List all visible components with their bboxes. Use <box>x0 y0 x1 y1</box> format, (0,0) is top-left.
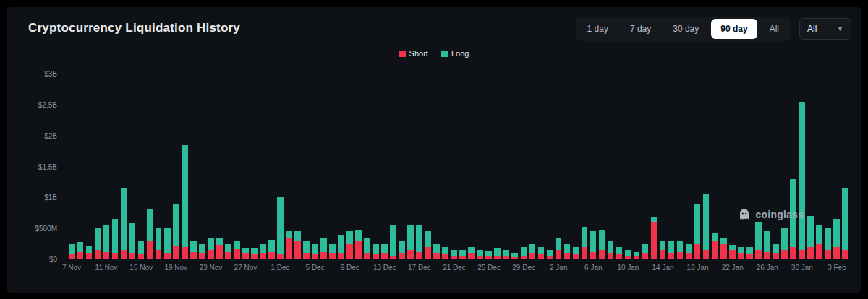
bar-19-nov[interactable] <box>171 74 180 259</box>
bar-2-feb[interactable] <box>823 74 832 259</box>
bar-5-jan[interactable] <box>580 74 589 259</box>
bar-18-dec[interactable] <box>424 74 433 259</box>
bar-7-jan[interactable] <box>597 74 606 259</box>
bar-28-jan[interactable] <box>780 74 788 259</box>
long-segment <box>677 240 684 251</box>
symbol-dropdown[interactable]: All ▼ <box>799 18 851 40</box>
bar-12-nov[interactable] <box>111 74 119 259</box>
bar-22-dec[interactable] <box>459 74 467 259</box>
bar-4-jan[interactable] <box>571 74 580 259</box>
bar-25-nov[interactable] <box>224 74 232 259</box>
bar-17-nov[interactable] <box>154 74 163 259</box>
bar-3-jan[interactable] <box>563 74 571 259</box>
bar-2-jan[interactable] <box>554 74 563 259</box>
bar-26-jan[interactable] <box>762 74 771 259</box>
bar-25-dec[interactable] <box>485 74 493 259</box>
bar-20-nov[interactable] <box>180 74 189 259</box>
bar-24-dec[interactable] <box>476 74 485 259</box>
bar-16-nov[interactable] <box>145 74 154 259</box>
bar-27-jan[interactable] <box>771 74 780 259</box>
bar-1-dec[interactable] <box>276 74 284 259</box>
legend-item-short[interactable]: Short <box>399 49 428 58</box>
bar-6-jan[interactable] <box>589 74 597 259</box>
bar-21-dec[interactable] <box>450 74 459 259</box>
bar-5-dec[interactable] <box>310 74 319 259</box>
bar-28-dec[interactable] <box>511 74 519 259</box>
bar-29-nov[interactable] <box>258 74 267 259</box>
bar-17-jan[interactable] <box>684 74 693 259</box>
bar-18-nov[interactable] <box>163 74 171 259</box>
bar-22-nov[interactable] <box>197 74 206 259</box>
short-segment <box>746 254 753 259</box>
bar-24-jan[interactable] <box>745 74 754 259</box>
bar-30-nov[interactable] <box>267 74 276 259</box>
bar-6-dec[interactable] <box>319 74 328 259</box>
range-button-all[interactable]: All <box>760 19 788 39</box>
bar-12-dec[interactable] <box>372 74 380 259</box>
bar-11-nov[interactable] <box>102 74 111 259</box>
bar-8-dec[interactable] <box>336 74 345 259</box>
bar-20-jan[interactable] <box>710 74 719 259</box>
bar-30-jan[interactable] <box>797 74 806 259</box>
bar-9-dec[interactable] <box>346 74 354 259</box>
range-button-90-day[interactable]: 90 day <box>711 19 757 39</box>
bar-19-jan[interactable] <box>702 74 710 259</box>
range-button-7-day[interactable]: 7 day <box>621 19 660 39</box>
bar-7-dec[interactable] <box>328 74 336 259</box>
bar-11-jan[interactable] <box>632 74 641 259</box>
bar-3-dec[interactable] <box>293 74 302 259</box>
legend-item-long[interactable]: Long <box>441 49 469 58</box>
bar-30-dec[interactable] <box>528 74 537 259</box>
bar-9-nov[interactable] <box>85 74 93 259</box>
bar-17-dec[interactable] <box>415 74 424 259</box>
bar-12-jan[interactable] <box>641 74 650 259</box>
bar-13-dec[interactable] <box>380 74 389 259</box>
bar-4-dec[interactable] <box>302 74 310 259</box>
bar-3-feb[interactable] <box>832 74 841 259</box>
bar-14-nov[interactable] <box>128 74 137 259</box>
bar-8-nov[interactable] <box>76 74 85 259</box>
bar-13-nov[interactable] <box>119 74 128 259</box>
bar-23-nov[interactable] <box>206 74 215 259</box>
bar-14-jan[interactable] <box>658 74 667 259</box>
bar-29-dec[interactable] <box>519 74 528 259</box>
bar-11-dec[interactable] <box>363 74 372 259</box>
bar-20-dec[interactable] <box>441 74 450 259</box>
bar-10-dec[interactable] <box>354 74 363 259</box>
bar-15-jan[interactable] <box>667 74 676 259</box>
bar-22-jan[interactable] <box>728 74 736 259</box>
bar-1-feb[interactable] <box>814 74 823 259</box>
bar-26-dec[interactable] <box>493 74 502 259</box>
bar-23-jan[interactable] <box>736 74 745 259</box>
bar-31-jan[interactable] <box>806 74 814 259</box>
range-button-1-day[interactable]: 1 day <box>578 19 618 39</box>
bar-13-jan[interactable] <box>650 74 658 259</box>
bar-16-dec[interactable] <box>407 74 415 259</box>
bar-2-dec[interactable] <box>284 74 293 259</box>
bar-14-dec[interactable] <box>389 74 398 259</box>
bar-7-nov[interactable] <box>67 74 76 259</box>
bar-9-jan[interactable] <box>615 74 624 259</box>
bar-4-feb[interactable] <box>841 74 849 259</box>
bar-26-nov[interactable] <box>232 74 241 259</box>
bar-29-jan[interactable] <box>788 74 797 259</box>
bar-16-jan[interactable] <box>676 74 684 259</box>
range-button-30-day[interactable]: 30 day <box>663 19 708 39</box>
bar-10-jan[interactable] <box>624 74 632 259</box>
bar-21-nov[interactable] <box>189 74 197 259</box>
bar-15-nov[interactable] <box>137 74 145 259</box>
bar-15-dec[interactable] <box>398 74 407 259</box>
bar-24-nov[interactable] <box>215 74 224 259</box>
bar-19-dec[interactable] <box>433 74 441 259</box>
bar-1-jan[interactable] <box>545 74 554 259</box>
bar-8-jan[interactable] <box>606 74 615 259</box>
bar-31-dec[interactable] <box>537 74 545 259</box>
bar-25-jan[interactable] <box>754 74 762 259</box>
bar-23-dec[interactable] <box>467 74 476 259</box>
bar-18-jan[interactable] <box>693 74 702 259</box>
bar-10-nov[interactable] <box>93 74 102 259</box>
bar-28-nov[interactable] <box>250 74 258 259</box>
bar-21-jan[interactable] <box>719 74 728 259</box>
bar-27-nov[interactable] <box>241 74 250 259</box>
bar-27-dec[interactable] <box>502 74 511 259</box>
